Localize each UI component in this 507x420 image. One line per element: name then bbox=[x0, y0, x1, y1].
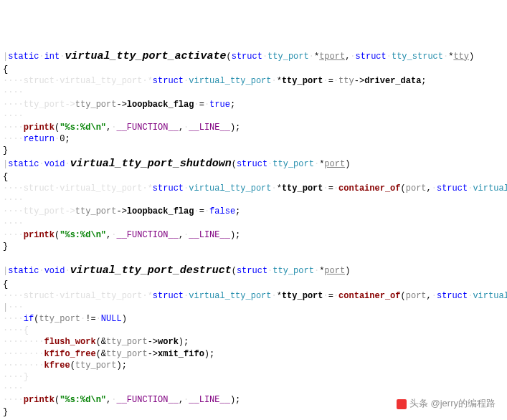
watermark: 头条 @jerry的编程路 bbox=[397, 397, 496, 410]
code-block: |static·int·virtual_tty_port_activate(st… bbox=[3, 49, 504, 420]
fn2-name: virtual_tty_port_shutdown bbox=[70, 158, 232, 170]
fn3-name: virtual_tty_port_destruct bbox=[70, 264, 232, 277]
brace: { bbox=[3, 65, 8, 75]
brace: } bbox=[3, 145, 8, 156]
watermark-icon bbox=[397, 399, 407, 409]
fn1-name: virtual_tty_port_activate bbox=[65, 50, 226, 62]
